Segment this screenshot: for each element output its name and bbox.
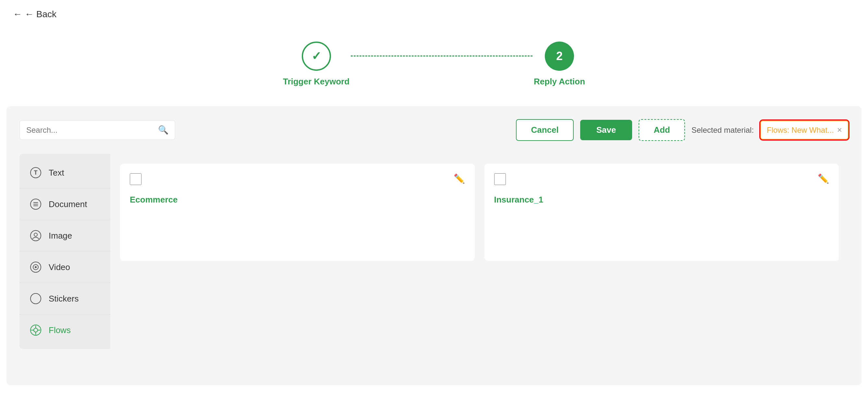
selected-material-chip[interactable]: Flows: New What... × — [760, 120, 848, 140]
stepper: ✓ Trigger Keyword 2 Reply Action — [0, 29, 868, 106]
add-button[interactable]: Add — [639, 119, 685, 141]
sidebar-item-stickers[interactable]: Stickers — [20, 283, 110, 314]
back-button[interactable]: ← ← Back — [13, 9, 57, 20]
sidebar-item-flows[interactable]: Flows — [20, 314, 110, 346]
card-insurance: ✏️ Insurance_1 — [485, 163, 839, 261]
step-2-number: 2 — [556, 49, 563, 63]
main-content: 🔍 Cancel Save Add Selected material: Flo… — [6, 106, 862, 385]
card-insurance-checkbox[interactable] — [494, 173, 506, 185]
content-area: T Text Document Image Video — [20, 154, 848, 349]
step-2-label: Reply Action — [534, 77, 585, 87]
card-ecommerce-edit-icon[interactable]: ✏️ — [454, 173, 465, 184]
sidebar-text-label: Text — [49, 168, 64, 178]
text-icon: T — [29, 166, 42, 179]
step-2-circle: 2 — [545, 41, 574, 71]
chip-close-icon[interactable]: × — [837, 125, 842, 135]
image-icon — [29, 229, 42, 242]
sidebar: T Text Document Image Video — [20, 154, 110, 349]
svg-point-13 — [34, 328, 38, 332]
sidebar-item-video[interactable]: Video — [20, 251, 110, 283]
svg-point-10 — [35, 266, 37, 268]
top-nav: ← ← Back — [0, 0, 868, 29]
step-1-label: Trigger Keyword — [283, 77, 349, 87]
toolbar-right: Cancel Save Add Selected material: Flows… — [516, 119, 848, 141]
card-ecommerce-title: Ecommerce — [130, 195, 465, 205]
sidebar-flows-label: Flows — [49, 325, 71, 335]
save-button[interactable]: Save — [580, 120, 632, 140]
sidebar-item-text[interactable]: T Text — [20, 157, 110, 189]
step-1-circle: ✓ — [302, 41, 331, 71]
svg-text:T: T — [34, 170, 38, 176]
svg-point-7 — [34, 233, 37, 236]
document-icon — [29, 198, 42, 211]
card-ecommerce: ✏️ Ecommerce — [120, 163, 475, 261]
search-box: 🔍 — [20, 120, 175, 140]
card-ecommerce-header: ✏️ — [130, 173, 465, 185]
svg-point-6 — [31, 231, 41, 241]
card-insurance-header: ✏️ — [494, 173, 829, 185]
stickers-icon — [29, 292, 42, 305]
cancel-button[interactable]: Cancel — [516, 119, 574, 141]
card-insurance-edit-icon[interactable]: ✏️ — [818, 173, 829, 184]
step-1: ✓ Trigger Keyword — [283, 41, 349, 87]
back-label: ← Back — [25, 9, 57, 20]
cards-area: ✏️ Ecommerce ✏️ Insurance_1 — [110, 154, 848, 349]
selected-chip-text: Flows: New What... — [767, 126, 834, 135]
sidebar-video-label: Video — [49, 262, 70, 272]
search-icon: 🔍 — [158, 125, 168, 135]
step-1-check-icon: ✓ — [311, 49, 321, 63]
flows-icon — [29, 324, 42, 337]
svg-point-11 — [31, 294, 41, 304]
back-arrow-icon: ← — [13, 9, 22, 20]
card-ecommerce-checkbox[interactable] — [130, 173, 142, 185]
sidebar-item-image[interactable]: Image — [20, 220, 110, 251]
toolbar: 🔍 Cancel Save Add Selected material: Flo… — [20, 119, 848, 141]
video-icon — [29, 261, 42, 274]
step-2: 2 Reply Action — [534, 41, 585, 87]
selected-material-label: Selected material: — [691, 126, 754, 135]
step-connector — [351, 56, 532, 57]
search-input[interactable] — [26, 126, 154, 135]
sidebar-item-document[interactable]: Document — [20, 189, 110, 220]
sidebar-document-label: Document — [49, 199, 87, 209]
card-insurance-title: Insurance_1 — [494, 195, 829, 205]
sidebar-stickers-label: Stickers — [49, 294, 79, 304]
sidebar-image-label: Image — [49, 231, 72, 241]
